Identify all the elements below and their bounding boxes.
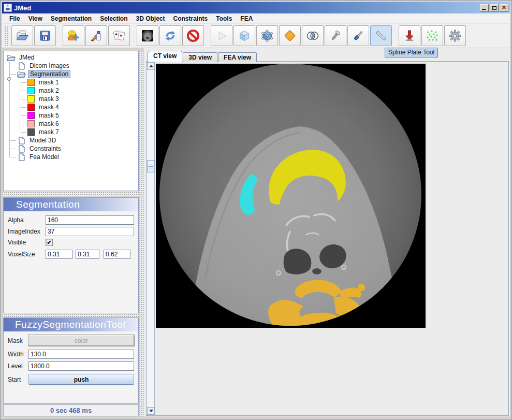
voxel-y-input[interactable] — [76, 250, 99, 259]
menu-fea[interactable]: FEA — [236, 14, 257, 23]
split-divider-horizontal[interactable] — [3, 192, 139, 196]
voxel-x-input[interactable] — [46, 250, 72, 259]
mask-color-swatch — [27, 95, 35, 103]
refresh-button[interactable] — [159, 25, 181, 46]
menu-view[interactable]: View — [24, 14, 47, 23]
alpha-input[interactable] — [46, 215, 134, 225]
visible-label: Visible — [8, 239, 46, 246]
level-input[interactable] — [28, 361, 134, 371]
tab-3d-view[interactable]: 3D view — [183, 52, 217, 62]
tree-node-mask-2[interactable]: mask 2 — [5, 86, 137, 95]
ct-slice-button[interactable] — [137, 25, 158, 46]
tab-fea-view[interactable]: FEA view — [218, 52, 257, 62]
tree-node-label[interactable]: Fea Model — [28, 153, 61, 161]
tree-node-fea-model[interactable]: Fea Model — [5, 153, 137, 161]
ct-scan-image[interactable] — [156, 64, 426, 328]
slice-scrollbar[interactable] — [147, 62, 155, 415]
mask-color-swatch — [27, 104, 35, 111]
intersection-button[interactable] — [302, 25, 324, 46]
menu-tools[interactable]: Tools — [212, 14, 236, 23]
tree-node-dicom-images[interactable]: Dicom Images — [5, 62, 137, 70]
width-label: Width — [8, 351, 28, 358]
split-divider-vertical[interactable] — [139, 51, 144, 416]
scroll-up-button[interactable] — [147, 62, 155, 70]
image-index-input[interactable] — [46, 227, 134, 236]
width-input[interactable] — [28, 350, 134, 359]
voxel-z-input[interactable] — [104, 250, 130, 259]
maximize-button[interactable] — [490, 4, 499, 12]
close-button[interactable]: ✕ — [500, 4, 508, 12]
menu-3d-object[interactable]: 3D Object — [132, 14, 169, 23]
window-title: JMed — [14, 4, 31, 12]
cube-button[interactable] — [233, 25, 255, 46]
tree-node-mask-1[interactable]: mask 1 — [5, 78, 137, 86]
menu-selection[interactable]: Selection — [96, 14, 131, 23]
add-mask-button[interactable] — [63, 25, 84, 46]
tree-node-mask-4[interactable]: mask 4 — [5, 103, 137, 111]
cards-button[interactable]: ♠♥ — [108, 25, 130, 46]
tree-node-mask-6[interactable]: mask 6 — [5, 120, 137, 128]
alpha-label: Alpha — [8, 216, 46, 224]
mask-color-button[interactable]: color — [28, 335, 134, 346]
menu-constraints[interactable]: Constraints — [169, 14, 212, 23]
tree-node-label[interactable]: Dicom Images — [28, 62, 71, 69]
stop-button[interactable] — [182, 25, 204, 46]
screw-button[interactable] — [325, 25, 346, 46]
toolbar-drag-handle[interactable] — [4, 26, 8, 46]
tree-node-jmed[interactable]: JMed — [5, 53, 137, 62]
tree-node-label[interactable]: mask 2 — [37, 87, 61, 94]
start-label: Start — [8, 376, 28, 383]
play-button[interactable] — [211, 25, 232, 46]
tree-node-label[interactable]: Model 3D — [28, 137, 57, 144]
tree-node-label[interactable]: mask 4 — [37, 104, 61, 111]
minimize-button[interactable] — [480, 4, 489, 12]
tree-node-constraints[interactable]: Constraints — [5, 144, 137, 153]
add-mask-icon — [67, 29, 80, 42]
tree-node-mask-3[interactable]: mask 3 — [5, 95, 137, 103]
refresh-icon — [164, 29, 177, 42]
save-button[interactable] — [34, 25, 56, 46]
menu-segmentation[interactable]: Segmentation — [47, 14, 96, 23]
stop-icon — [186, 29, 200, 42]
import-down-button[interactable] — [399, 25, 420, 46]
cube-points-button[interactable] — [256, 25, 278, 46]
status-bar: 0 sec 468 ms — [3, 404, 139, 416]
open-button[interactable] — [11, 25, 33, 46]
mask-color-swatch — [27, 112, 35, 119]
tree-node-label[interactable]: Constraints — [28, 145, 63, 152]
scrollbar-thumb[interactable] — [147, 160, 155, 172]
tree-expand-handle[interactable] — [7, 77, 11, 81]
tree-node-segmentation[interactable]: Segmentation — [5, 70, 137, 78]
tree-node-label[interactable]: mask 6 — [37, 120, 61, 127]
scroll-down-button[interactable] — [147, 407, 155, 415]
paint-tool-button[interactable] — [85, 25, 107, 46]
screw-icon — [329, 29, 342, 42]
venn-icon — [306, 29, 319, 42]
tree-node-label[interactable]: JMed — [18, 54, 36, 61]
arrow-up-icon — [149, 65, 153, 67]
menu-file[interactable]: File — [5, 14, 24, 23]
tree-node-label[interactable]: Segmentation — [28, 70, 70, 78]
plate-diamond-button[interactable] — [279, 25, 301, 46]
tree-node-mask-5[interactable]: mask 5 — [5, 111, 137, 120]
cube-icon — [238, 29, 251, 42]
screwdriver-button[interactable] — [347, 25, 369, 46]
visible-checkbox[interactable]: ✔ — [46, 239, 53, 246]
fuzzy-segmentation-panel: FuzzySegmentationTool Mask color Width L… — [3, 317, 139, 403]
settings-button[interactable] — [444, 25, 466, 46]
start-push-button[interactable]: push — [28, 374, 134, 385]
mask-color-swatch — [27, 87, 35, 94]
ct-canvas[interactable] — [155, 62, 508, 415]
tab-ct-view[interactable]: CT view — [148, 51, 182, 62]
voxel-size-label: VoxelSize — [8, 251, 46, 258]
tooltip: Spline Plate Tool — [385, 48, 438, 57]
tree-node-label[interactable]: mask 5 — [37, 112, 61, 119]
point-cloud-button[interactable] — [421, 25, 443, 46]
spline-plate-button[interactable] — [370, 25, 392, 46]
tree-node-label[interactable]: mask 3 — [37, 95, 61, 103]
tree-node-label[interactable]: mask 1 — [37, 79, 61, 86]
tree-node-mask-7[interactable]: mask 7 — [5, 128, 137, 136]
title-bar: JMed ✕ — [2, 2, 510, 13]
tree-node-model-3d[interactable]: Model 3D — [5, 136, 137, 144]
tree-node-label[interactable]: mask 7 — [37, 128, 61, 136]
